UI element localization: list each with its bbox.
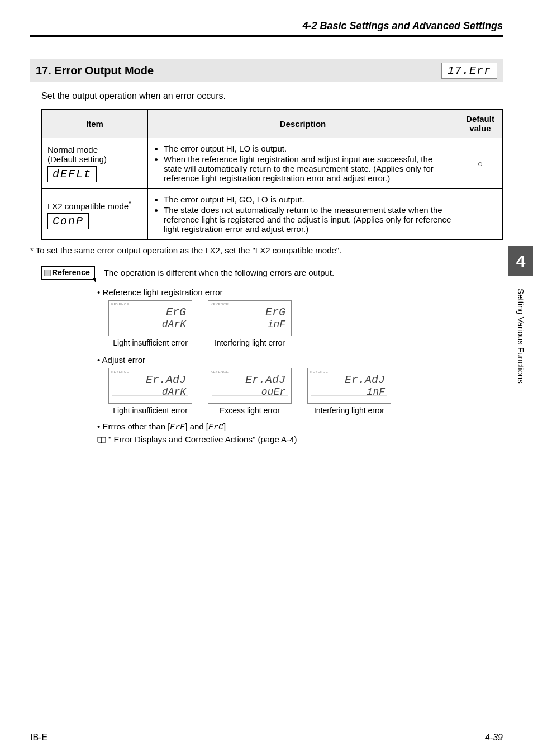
text: ]	[223, 422, 226, 431]
other-errors-line: • Errros other than [ErE] and [ErC]	[97, 422, 503, 432]
display-unit: KEYENCE Er.AdJ inF Interfering light err…	[307, 368, 391, 415]
lcd-display: KEYENCE ErG inF	[208, 300, 292, 336]
display-unit: KEYENCE Er.AdJ ouEr Excess light error	[208, 368, 292, 415]
display-unit: KEYENCE ErG dArK Light insufficient erro…	[108, 300, 192, 347]
reference-text: The operation is different when the foll…	[104, 266, 334, 277]
table-row: Normal mode (Default setting) dEFLt The …	[42, 138, 503, 189]
item-cell: Normal mode (Default setting) dEFLt	[42, 138, 148, 189]
footer-right: 4-39	[485, 733, 503, 743]
group-title: • Adjust error	[97, 355, 503, 365]
lcd-display: KEYENCE Er.AdJ ouEr	[208, 368, 292, 404]
item-code: ConP	[47, 213, 89, 229]
default-cell: ○	[458, 138, 503, 189]
chapter-tab: 4	[508, 246, 533, 276]
desc-line: The error output HI, LO is output.	[164, 144, 452, 153]
params-table: Item Description Default value Normal mo…	[41, 109, 503, 240]
display-caption: Interfering light error	[208, 338, 292, 347]
reference-badge: Reference	[41, 266, 95, 280]
text: ] and [	[185, 422, 208, 431]
lcd-line1: Er.AdJ	[245, 375, 285, 386]
default-cell	[458, 189, 503, 240]
desc-line: When the reference light registration an…	[164, 154, 452, 183]
book-icon	[97, 437, 106, 443]
item-title: Normal mode	[47, 145, 142, 154]
lcd-buttons	[112, 395, 188, 401]
display-caption: Excess light error	[208, 406, 292, 415]
lcd-line1: ErG	[265, 307, 285, 318]
section-header: 4-2 Basic Settings and Advanced Settings	[30, 20, 503, 32]
lcd-buttons	[212, 395, 288, 401]
footnote-marker: *	[129, 200, 131, 207]
display-unit: KEYENCE ErG inF Interfering light error	[208, 300, 292, 347]
heading-row: 17. Error Output Mode 17.Err	[30, 59, 503, 82]
th-default: Default value	[458, 110, 503, 138]
lcd-brand: KEYENCE	[211, 370, 229, 374]
footer-left: IB-E	[30, 733, 47, 743]
display-row: KEYENCE ErG dArK Light insufficient erro…	[108, 300, 503, 347]
desc-line: The state does not automatically return …	[164, 205, 452, 234]
display-unit: KEYENCE Er.AdJ dArK Light insufficient e…	[108, 368, 192, 415]
lcd-buttons	[311, 395, 387, 401]
th-item: Item	[42, 110, 148, 138]
header-rule	[30, 35, 503, 37]
lcd-line1: ErG	[166, 307, 186, 318]
lcd-buttons	[212, 328, 288, 333]
lcd-display: KEYENCE Er.AdJ dArK	[108, 368, 192, 404]
footnote: * To set the same error output operation…	[30, 245, 503, 255]
error-code: ErC	[208, 423, 223, 432]
error-code: ErE	[170, 423, 185, 432]
desc-cell: The error output HI, LO is output. When …	[148, 138, 458, 189]
heading-title: 17. Error Output Mode	[36, 64, 154, 77]
lcd-brand: KEYENCE	[111, 370, 129, 374]
display-caption: Light insufficient error	[108, 338, 192, 347]
lcd-display: KEYENCE ErG dArK	[108, 300, 192, 336]
table-row: LX2 compatible mode* ConP The error outp…	[42, 189, 503, 240]
intro-text: Set the output operation when an error o…	[41, 91, 503, 101]
th-description: Description	[148, 110, 458, 138]
item-title: LX2 compatible mode	[47, 201, 129, 211]
item-sub: (Default setting)	[47, 154, 142, 164]
heading-display-code: 17.Err	[441, 63, 497, 79]
text: • Errros other than [	[97, 422, 170, 431]
item-cell: LX2 compatible mode* ConP	[42, 189, 148, 240]
desc-cell: The error output HI, GO, LO is output. T…	[148, 189, 458, 240]
cross-reference: " Error Displays and Corrective Actions"…	[97, 434, 503, 444]
lcd-line1: Er.AdJ	[345, 375, 385, 386]
lcd-brand: KEYENCE	[211, 303, 229, 306]
item-code: dEFLt	[47, 166, 97, 182]
group-title: • Reference light registration error	[97, 287, 503, 297]
chapter-label: Setting Various Functions	[508, 285, 533, 431]
lcd-display: KEYENCE Er.AdJ inF	[307, 368, 391, 404]
link-text: " Error Displays and Corrective Actions"…	[108, 434, 297, 444]
desc-line: The error output HI, GO, LO is output.	[164, 195, 452, 204]
lcd-buttons	[112, 328, 188, 333]
display-caption: Interfering light error	[307, 406, 391, 415]
reference-row: Reference The operation is different whe…	[41, 266, 503, 280]
lcd-line1: Er.AdJ	[146, 375, 186, 386]
display-row: KEYENCE Er.AdJ dArK Light insufficient e…	[108, 368, 503, 415]
display-caption: Light insufficient error	[108, 406, 192, 415]
page-footer: IB-E 4-39	[30, 733, 503, 743]
lcd-brand: KEYENCE	[310, 370, 328, 374]
lcd-brand: KEYENCE	[111, 303, 129, 306]
